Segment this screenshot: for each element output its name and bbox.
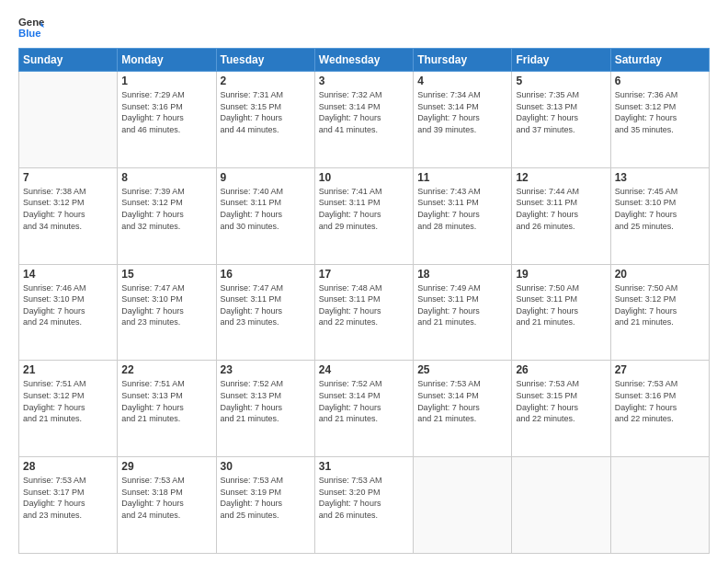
day-info: Sunrise: 7:52 AM Sunset: 3:14 PM Dayligh… (319, 378, 409, 424)
weekday-header-thursday: Thursday (414, 49, 512, 72)
day-number: 10 (319, 171, 409, 184)
day-number: 30 (221, 460, 311, 473)
day-info: Sunrise: 7:36 AM Sunset: 3:12 PM Dayligh… (615, 89, 705, 135)
weekday-header-wednesday: Wednesday (314, 49, 413, 72)
calendar-week-row: 21Sunrise: 7:51 AM Sunset: 3:12 PM Dayli… (19, 361, 710, 457)
calendar-cell: 17Sunrise: 7:48 AM Sunset: 3:11 PM Dayli… (314, 264, 413, 361)
day-info: Sunrise: 7:45 AM Sunset: 3:10 PM Dayligh… (615, 186, 705, 232)
day-number: 20 (615, 268, 705, 281)
day-number: 4 (417, 75, 507, 87)
calendar-cell: 21Sunrise: 7:51 AM Sunset: 3:12 PM Dayli… (19, 361, 118, 457)
day-info: Sunrise: 7:53 AM Sunset: 3:19 PM Dayligh… (221, 475, 311, 521)
calendar-cell (512, 457, 610, 554)
day-info: Sunrise: 7:38 AM Sunset: 3:12 PM Dayligh… (23, 186, 113, 232)
calendar-cell: 13Sunrise: 7:45 AM Sunset: 3:10 PM Dayli… (610, 167, 709, 264)
calendar-cell: 8Sunrise: 7:39 AM Sunset: 3:12 PM Daylig… (118, 167, 216, 264)
day-info: Sunrise: 7:53 AM Sunset: 3:16 PM Dayligh… (615, 378, 705, 424)
day-info: Sunrise: 7:53 AM Sunset: 3:20 PM Dayligh… (319, 475, 409, 521)
day-info: Sunrise: 7:52 AM Sunset: 3:13 PM Dayligh… (221, 378, 311, 424)
weekday-header-saturday: Saturday (610, 49, 709, 72)
calendar-cell: 20Sunrise: 7:50 AM Sunset: 3:12 PM Dayli… (610, 264, 709, 361)
day-number: 17 (319, 268, 409, 281)
day-number: 23 (221, 363, 311, 376)
day-number: 22 (121, 363, 211, 376)
day-number: 8 (121, 171, 211, 184)
calendar-cell: 15Sunrise: 7:47 AM Sunset: 3:10 PM Dayli… (118, 264, 216, 361)
calendar-cell: 9Sunrise: 7:40 AM Sunset: 3:11 PM Daylig… (216, 167, 314, 264)
day-number: 28 (23, 460, 113, 473)
day-info: Sunrise: 7:49 AM Sunset: 3:11 PM Dayligh… (417, 282, 507, 328)
calendar-cell (610, 457, 709, 554)
day-number: 21 (23, 363, 113, 376)
day-info: Sunrise: 7:53 AM Sunset: 3:17 PM Dayligh… (23, 475, 113, 521)
day-info: Sunrise: 7:43 AM Sunset: 3:11 PM Dayligh… (417, 186, 507, 232)
calendar-cell: 4Sunrise: 7:34 AM Sunset: 3:14 PM Daylig… (414, 72, 512, 168)
calendar-cell: 19Sunrise: 7:50 AM Sunset: 3:11 PM Dayli… (512, 264, 610, 361)
logo: General Blue (18, 15, 44, 40)
day-info: Sunrise: 7:51 AM Sunset: 3:12 PM Dayligh… (23, 378, 113, 424)
day-info: Sunrise: 7:31 AM Sunset: 3:15 PM Dayligh… (221, 89, 311, 135)
calendar-week-row: 1Sunrise: 7:29 AM Sunset: 3:16 PM Daylig… (19, 72, 710, 168)
weekday-header-sunday: Sunday (19, 49, 118, 72)
day-info: Sunrise: 7:34 AM Sunset: 3:14 PM Dayligh… (417, 89, 507, 135)
day-number: 5 (516, 75, 606, 87)
day-number: 18 (417, 268, 507, 281)
day-number: 6 (615, 75, 705, 87)
calendar-cell: 10Sunrise: 7:41 AM Sunset: 3:11 PM Dayli… (314, 167, 413, 264)
day-info: Sunrise: 7:53 AM Sunset: 3:14 PM Dayligh… (417, 378, 507, 424)
day-info: Sunrise: 7:48 AM Sunset: 3:11 PM Dayligh… (319, 282, 409, 328)
day-number: 16 (221, 268, 311, 281)
day-info: Sunrise: 7:47 AM Sunset: 3:11 PM Dayligh… (221, 282, 311, 328)
day-number: 11 (417, 171, 507, 184)
calendar-cell: 29Sunrise: 7:53 AM Sunset: 3:18 PM Dayli… (118, 457, 216, 554)
day-number: 2 (221, 75, 311, 87)
calendar-cell: 25Sunrise: 7:53 AM Sunset: 3:14 PM Dayli… (414, 361, 512, 457)
day-number: 7 (23, 171, 113, 184)
svg-text:Blue: Blue (18, 28, 41, 39)
weekday-header-friday: Friday (512, 49, 610, 72)
day-info: Sunrise: 7:53 AM Sunset: 3:18 PM Dayligh… (121, 475, 211, 521)
calendar-week-row: 7Sunrise: 7:38 AM Sunset: 3:12 PM Daylig… (19, 167, 710, 264)
logo-icon: General Blue (18, 15, 44, 40)
day-number: 27 (615, 363, 705, 376)
day-info: Sunrise: 7:32 AM Sunset: 3:14 PM Dayligh… (319, 89, 409, 135)
calendar-cell: 27Sunrise: 7:53 AM Sunset: 3:16 PM Dayli… (610, 361, 709, 457)
header: General Blue (18, 15, 710, 40)
weekday-header-monday: Monday (118, 49, 216, 72)
day-info: Sunrise: 7:29 AM Sunset: 3:16 PM Dayligh… (121, 89, 211, 135)
day-info: Sunrise: 7:46 AM Sunset: 3:10 PM Dayligh… (23, 282, 113, 328)
day-info: Sunrise: 7:47 AM Sunset: 3:10 PM Dayligh… (121, 282, 211, 328)
day-info: Sunrise: 7:39 AM Sunset: 3:12 PM Dayligh… (121, 186, 211, 232)
day-number: 25 (417, 363, 507, 376)
day-info: Sunrise: 7:35 AM Sunset: 3:13 PM Dayligh… (516, 89, 606, 135)
calendar-cell: 22Sunrise: 7:51 AM Sunset: 3:13 PM Dayli… (118, 361, 216, 457)
day-info: Sunrise: 7:53 AM Sunset: 3:15 PM Dayligh… (516, 378, 606, 424)
day-info: Sunrise: 7:40 AM Sunset: 3:11 PM Dayligh… (221, 186, 311, 232)
day-number: 29 (121, 460, 211, 473)
day-number: 9 (221, 171, 311, 184)
calendar-cell: 16Sunrise: 7:47 AM Sunset: 3:11 PM Dayli… (216, 264, 314, 361)
calendar-cell: 31Sunrise: 7:53 AM Sunset: 3:20 PM Dayli… (314, 457, 413, 554)
calendar-cell: 3Sunrise: 7:32 AM Sunset: 3:14 PM Daylig… (314, 72, 413, 168)
day-info: Sunrise: 7:44 AM Sunset: 3:11 PM Dayligh… (516, 186, 606, 232)
calendar-cell: 2Sunrise: 7:31 AM Sunset: 3:15 PM Daylig… (216, 72, 314, 168)
day-number: 31 (319, 460, 409, 473)
day-info: Sunrise: 7:50 AM Sunset: 3:11 PM Dayligh… (516, 282, 606, 328)
day-number: 1 (121, 75, 211, 87)
calendar-cell: 24Sunrise: 7:52 AM Sunset: 3:14 PM Dayli… (314, 361, 413, 457)
day-number: 13 (615, 171, 705, 184)
calendar-cell: 12Sunrise: 7:44 AM Sunset: 3:11 PM Dayli… (512, 167, 610, 264)
calendar-cell: 5Sunrise: 7:35 AM Sunset: 3:13 PM Daylig… (512, 72, 610, 168)
calendar-cell: 28Sunrise: 7:53 AM Sunset: 3:17 PM Dayli… (19, 457, 118, 554)
weekday-header-tuesday: Tuesday (216, 49, 314, 72)
day-number: 12 (516, 171, 606, 184)
day-number: 24 (319, 363, 409, 376)
day-info: Sunrise: 7:41 AM Sunset: 3:11 PM Dayligh… (319, 186, 409, 232)
day-number: 3 (319, 75, 409, 87)
calendar-cell: 23Sunrise: 7:52 AM Sunset: 3:13 PM Dayli… (216, 361, 314, 457)
weekday-header-row: SundayMondayTuesdayWednesdayThursdayFrid… (19, 49, 710, 72)
calendar-week-row: 14Sunrise: 7:46 AM Sunset: 3:10 PM Dayli… (19, 264, 710, 361)
calendar-cell: 11Sunrise: 7:43 AM Sunset: 3:11 PM Dayli… (414, 167, 512, 264)
calendar-cell: 6Sunrise: 7:36 AM Sunset: 3:12 PM Daylig… (610, 72, 709, 168)
svg-text:General: General (18, 17, 44, 28)
